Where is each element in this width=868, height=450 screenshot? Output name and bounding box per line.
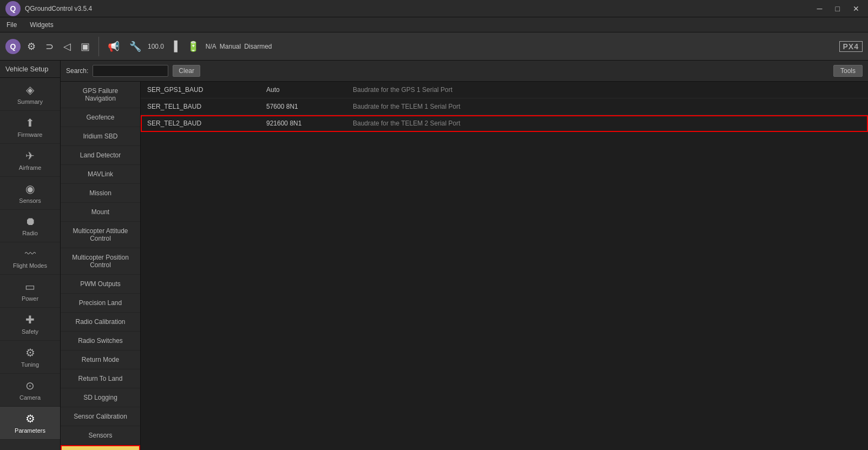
search-bar: Search: Clear Tools <box>61 61 868 82</box>
toolbar-settings[interactable]: ⚙ <box>24 38 39 55</box>
param-name: SER_TEL2_BAUD <box>147 120 266 127</box>
flight-modes-icon: 〰 <box>25 248 36 260</box>
menu-file[interactable]: File <box>4 20 19 30</box>
airframe-icon: ✈ <box>25 149 35 162</box>
parameters-icon: ⚙ <box>25 412 35 425</box>
main-area: Vehicle Setup ◈ Summary ⬆ Firmware ✈ Air… <box>0 61 868 450</box>
nav-parameters-label: Parameters <box>15 427 45 434</box>
nav-firmware[interactable]: ⬆ Firmware <box>0 111 60 144</box>
nav-sensors[interactable]: ◉ Sensors <box>0 177 60 210</box>
sidebar-item-multicopter-position[interactable]: Multicopter Position Control <box>61 248 140 275</box>
nav-safety[interactable]: ✚ Safety <box>0 308 60 341</box>
sidebar-item-pwm-outputs[interactable]: PWM Outputs <box>61 275 140 294</box>
nav-tuning[interactable]: ⚙ Tuning <box>0 341 60 374</box>
content-area: Search: Clear Tools GPS Failure Navigati… <box>61 61 868 450</box>
sidebar-item-land-detector[interactable]: Land Detector <box>61 146 140 165</box>
nav-firmware-label: Firmware <box>18 131 43 138</box>
param-description: Baudrate for the GPS 1 Serial Port <box>353 86 862 94</box>
param-value[interactable]: 57600 8N1 <box>266 103 353 110</box>
title-bar-left: Q QGroundControl v3.5.4 <box>5 1 92 16</box>
sidebar-item-sd-logging[interactable]: SD Logging <box>61 388 140 407</box>
toolbar-wrench[interactable]: 🔧 <box>126 38 144 55</box>
sidebar-item-precision-land[interactable]: Precision Land <box>61 294 140 313</box>
toolbar-sound[interactable]: 📢 <box>104 38 123 55</box>
sidebar-item-multicopter-attitude[interactable]: Multicopter Attitude Control <box>61 222 140 248</box>
sidebar-item-radio-switches[interactable]: Radio Switches <box>61 332 140 350</box>
toolbar-signal[interactable]: ▐ <box>167 38 181 54</box>
param-description: Baudrate for the TELEM 2 Serial Port <box>353 120 862 127</box>
search-label: Search: <box>66 67 88 75</box>
sidebar-item-mount[interactable]: Mount <box>61 203 140 222</box>
param-value[interactable]: Auto <box>266 86 353 94</box>
sidebar-item-geofence[interactable]: Geofence <box>61 108 140 127</box>
sensors-icon: ◉ <box>25 182 35 195</box>
title-bar: Q QGroundControl v3.5.4 ─ □ ✕ <box>0 0 868 17</box>
summary-icon: ◈ <box>26 83 34 96</box>
nav-airframe[interactable]: ✈ Airframe <box>0 144 60 177</box>
nav-sensors-label: Sensors <box>19 197 41 204</box>
search-input[interactable] <box>93 65 168 77</box>
menu-bar: File Widgets <box>0 17 868 32</box>
toolbar-doc[interactable]: ▣ <box>77 38 93 55</box>
sidebar-item-return-mode[interactable]: Return Mode <box>61 350 140 369</box>
param-name: SER_GPS1_BAUD <box>147 86 266 94</box>
nav-flight-modes-label: Flight Modes <box>13 262 47 269</box>
radio-icon: ⏺ <box>25 215 36 228</box>
param-description: Baudrate for the TELEM 1 Serial Port <box>353 103 862 110</box>
px4-logo: PX4 <box>839 41 863 52</box>
nav-parameters[interactable]: ⚙ Parameters <box>0 407 60 440</box>
clear-button[interactable]: Clear <box>173 65 200 77</box>
nav-radio[interactable]: ⏺ Radio <box>0 210 60 242</box>
safety-icon: ✚ <box>25 313 35 326</box>
nav-airframe-label: Airframe <box>19 164 42 171</box>
sidebar-item-serial[interactable]: Serial <box>61 445 140 450</box>
toolbar-manual: Manual <box>220 43 241 50</box>
nav-power[interactable]: ▭ Power <box>0 275 60 308</box>
toolbar-battery-label: N/A <box>206 43 216 50</box>
sidebar-item-sensor-calibration[interactable]: Sensor Calibration <box>61 407 140 426</box>
nav-power-label: Power <box>22 295 38 302</box>
sidebar-item-mavlink[interactable]: MAVLink <box>61 165 140 184</box>
title-bar-controls: ─ □ ✕ <box>814 3 863 14</box>
param-value[interactable]: 921600 8N1 <box>266 120 353 127</box>
menu-widgets[interactable]: Widgets <box>28 20 55 30</box>
tools-button[interactable]: Tools <box>833 65 863 77</box>
power-icon: ▭ <box>25 280 35 293</box>
toolbar-disarmed: Disarmed <box>244 43 272 50</box>
sidebar-item-gps-failure-nav[interactable]: GPS Failure Navigation <box>61 82 140 108</box>
sidebar-list: GPS Failure NavigationGeofenceIridium SB… <box>61 82 141 450</box>
app-icon: Q <box>5 1 21 16</box>
minimize-button[interactable]: ─ <box>814 3 826 14</box>
sidebar-item-sensors[interactable]: Sensors <box>61 426 140 445</box>
nav-summary-label: Summary <box>17 98 43 105</box>
maximize-button[interactable]: □ <box>832 3 843 14</box>
toolbar-logo[interactable]: Q <box>5 39 21 54</box>
nav-flight-modes[interactable]: 〰 Flight Modes <box>0 242 60 275</box>
param-row[interactable]: SER_GPS1_BAUDAutoBaudrate for the GPS 1 … <box>141 82 868 98</box>
firmware-icon: ⬆ <box>25 116 35 129</box>
toolbar-separator-1 <box>98 37 99 56</box>
nav-tuning-label: Tuning <box>21 361 39 368</box>
sidebar-item-return-to-land[interactable]: Return To Land <box>61 369 140 388</box>
param-name: SER_TEL1_BAUD <box>147 103 266 110</box>
vehicle-setup-header: Vehicle Setup <box>0 61 60 78</box>
sidebar-item-iridium-sbd[interactable]: Iridium SBD <box>61 127 140 146</box>
camera-icon: ⊙ <box>25 379 35 392</box>
toolbar-battery[interactable]: 🔋 <box>184 38 202 55</box>
nav-summary[interactable]: ◈ Summary <box>0 78 60 111</box>
toolbar-plan[interactable]: ◁ <box>60 38 74 55</box>
nav-radio-label: Radio <box>22 230 38 236</box>
left-nav: Vehicle Setup ◈ Summary ⬆ Firmware ✈ Air… <box>0 61 61 450</box>
nav-camera-label: Camera <box>19 394 41 401</box>
app-title: QGroundControl v3.5.4 <box>25 5 92 12</box>
sidebar-item-radio-calibration[interactable]: Radio Calibration <box>61 313 140 332</box>
params-panel: SER_GPS1_BAUDAutoBaudrate for the GPS 1 … <box>141 82 868 450</box>
param-row[interactable]: SER_TEL2_BAUD921600 8N1Baudrate for the … <box>141 115 868 132</box>
toolbar-link[interactable]: ⊃ <box>42 38 57 55</box>
nav-safety-label: Safety <box>22 328 38 335</box>
nav-camera[interactable]: ⊙ Camera <box>0 374 60 407</box>
param-row[interactable]: SER_TEL1_BAUD57600 8N1Baudrate for the T… <box>141 98 868 115</box>
close-button[interactable]: ✕ <box>850 3 863 14</box>
toolbar: Q ⚙ ⊃ ◁ ▣ 📢 🔧 100.0 ▐ 🔋 N/A Manual Disar… <box>0 32 868 61</box>
sidebar-item-mission[interactable]: Mission <box>61 184 140 203</box>
